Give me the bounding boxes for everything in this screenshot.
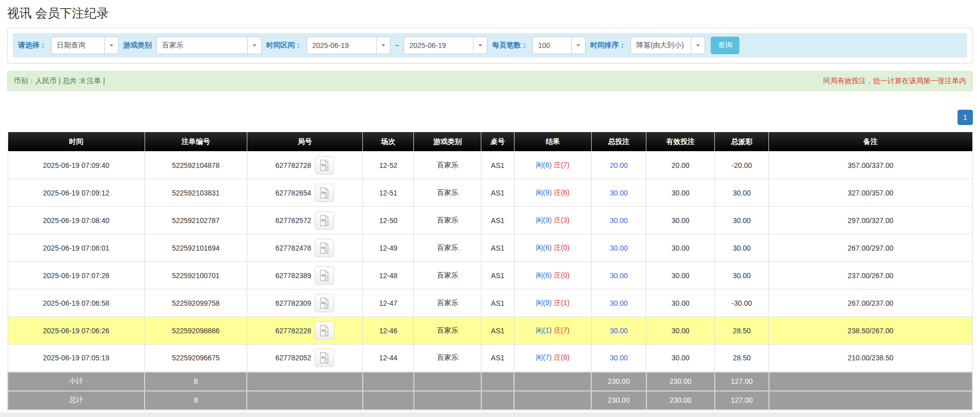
round-id: 627782228 <box>275 327 311 335</box>
result-player: 闲(9) <box>536 188 552 197</box>
total-bet-link[interactable]: 30.00 <box>610 299 627 307</box>
total-bet-link[interactable]: 30.00 <box>610 244 627 252</box>
video-replay-button[interactable] <box>315 322 334 340</box>
cell-payout: 127.00 <box>715 372 769 391</box>
total-bet-link[interactable]: 20.00 <box>610 161 627 169</box>
cell-table-no: AS1 <box>481 289 514 317</box>
cell-session: 12-44 <box>363 345 414 372</box>
cell-payout: 30.00 <box>715 262 769 289</box>
cell-remark: 210.00/238.50 <box>769 345 972 372</box>
cell-total-bet: 30.00 <box>591 234 646 262</box>
cell-payout: 30.00 <box>715 234 769 262</box>
total-bet-link[interactable]: 30.00 <box>610 354 627 362</box>
video-replay-button[interactable] <box>315 349 334 367</box>
cell-game-type: 百家乐 <box>414 234 481 262</box>
table-row: 2025-06-19 07:08:01522592101694627782478… <box>8 234 972 262</box>
sort-order-dropdown-button[interactable] <box>691 37 705 54</box>
total-bet-link[interactable]: 30.00 <box>610 272 627 280</box>
cell-table-no: AS1 <box>481 234 514 262</box>
cell-round: 627782228 <box>247 317 363 345</box>
query-type-value[interactable]: 日期查询 <box>51 37 104 54</box>
total-bet-link[interactable]: 30.00 <box>610 327 627 335</box>
cell-bet-id: 522592103831 <box>145 179 247 207</box>
chevron-down-icon <box>696 44 700 46</box>
cell-session <box>363 391 414 410</box>
chevron-down-icon <box>252 44 256 46</box>
page-size-value[interactable]: 100 <box>532 37 571 54</box>
page-size-dropdown-button[interactable] <box>571 37 586 54</box>
cell-round: 627782728 <box>247 152 363 179</box>
column-header: 桌号 <box>481 132 514 152</box>
video-replay-button[interactable] <box>315 211 334 230</box>
cell-payout: 28.50 <box>715 317 769 345</box>
cell-session: 12-48 <box>363 262 414 289</box>
query-type-dropdown-button[interactable] <box>104 37 119 54</box>
video-replay-button[interactable] <box>315 156 334 175</box>
cell-label: 总计 <box>8 391 145 410</box>
result-banker: 庄(7) <box>554 326 570 334</box>
cell-total-bet: 230.00 <box>591 391 646 410</box>
cell-session <box>363 372 414 391</box>
search-button[interactable]: 查询 <box>711 37 739 54</box>
game-type-dropdown-button[interactable] <box>247 37 262 54</box>
page-size-select[interactable]: 100 <box>532 37 586 54</box>
sort-order-select[interactable]: 降冪(由大到小) <box>631 37 705 54</box>
table-footer: 小计8230.00230.00127.00总计8230.00230.00127.… <box>8 372 972 410</box>
cell-result: 闲(1) 庄(7) <box>514 317 591 345</box>
cell-remark: 267.00/237.00 <box>769 289 972 317</box>
cell-game-type <box>414 391 481 410</box>
date-from-dropdown-button[interactable] <box>376 37 390 54</box>
column-header: 总派彩 <box>715 132 769 152</box>
game-type-value[interactable]: 百家乐 <box>156 37 247 54</box>
game-type-select[interactable]: 百家乐 <box>156 37 262 54</box>
cell-bet-id: 522592100701 <box>145 262 247 289</box>
cell-valid-bet: 30.00 <box>646 207 715 234</box>
cell-round: 627782654 <box>247 179 363 207</box>
page-title: 视讯 会员下注纪录 <box>7 6 973 20</box>
cell-payout: 30.00 <box>715 179 769 207</box>
cell-payout: -20.00 <box>715 152 769 179</box>
video-replay-button[interactable] <box>315 294 334 312</box>
cell-remark <box>769 372 972 391</box>
cell-session: 12-51 <box>363 179 414 207</box>
pagination: 1 <box>7 110 973 125</box>
betting-records-page: 视讯 会员下注纪录 请选择： 日期查询 游戏类别 百家乐 时间区间： 2025-… <box>0 6 980 417</box>
date-to-value[interactable]: 2025-06-19 <box>404 37 473 54</box>
page-size-label: 每页笔数： <box>492 41 528 50</box>
cell-valid-bet: 230.00 <box>646 372 715 391</box>
cell-time: 2025-06-19 07:08:40 <box>8 207 145 234</box>
cell-table-no: AS1 <box>481 207 514 234</box>
result-banker: 庄(0) <box>554 243 570 252</box>
result-player: 闲(6) <box>536 271 552 279</box>
column-header: 局号 <box>247 132 363 152</box>
column-header: 结果 <box>514 132 591 152</box>
time-range-label: 时间区间： <box>266 41 302 50</box>
round-id: 627782728 <box>275 161 311 169</box>
query-type-select[interactable]: 日期查询 <box>51 37 119 54</box>
date-from-select[interactable]: 2025-06-19 <box>307 37 390 54</box>
pagination-page-1[interactable]: 1 <box>958 110 973 125</box>
video-replay-button[interactable] <box>315 239 334 257</box>
cell-game-type: 百家乐 <box>414 152 481 179</box>
date-to-select[interactable]: 2025-06-19 <box>404 37 487 54</box>
video-replay-button[interactable] <box>315 184 334 202</box>
cell-bet-id: 522592099758 <box>145 289 247 317</box>
summary-bar: 币别：人民币 | 总共 :8 注单 | 同局有效投注，统一计算在该局第一张注单内 <box>7 71 973 91</box>
cell-result <box>514 391 591 410</box>
cell-total-bet: 230.00 <box>591 372 646 391</box>
date-to-dropdown-button[interactable] <box>473 37 487 54</box>
total-bet-link[interactable]: 30.00 <box>610 216 627 225</box>
total-bet-link[interactable]: 30.00 <box>610 189 627 197</box>
cell-total-bet: 30.00 <box>591 207 646 234</box>
sort-order-value[interactable]: 降冪(由大到小) <box>631 37 691 54</box>
cell-remark: 267.00/297.00 <box>769 234 972 262</box>
video-replay-button[interactable] <box>315 266 334 285</box>
query-type-label: 请选择： <box>18 41 46 50</box>
cell-payout: 28.50 <box>715 345 769 372</box>
cell-round: 627782309 <box>247 289 363 317</box>
cell-payout: 127.00 <box>715 391 769 410</box>
round-id: 627782389 <box>275 272 311 280</box>
cell-label: 小计 <box>8 372 145 391</box>
betting-records-table: 时间注单编号局号场次游戏类别桌号结果总投注有效投注总派彩备注 2025-06-1… <box>7 132 973 410</box>
date-from-value[interactable]: 2025-06-19 <box>307 37 376 54</box>
